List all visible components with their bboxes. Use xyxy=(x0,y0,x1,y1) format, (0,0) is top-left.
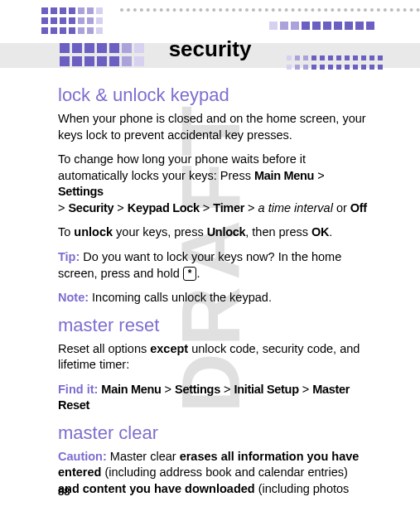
heading-lock: lock & unlock keypad xyxy=(58,84,370,106)
header-decoration: security xyxy=(0,0,420,75)
star-key-icon: * xyxy=(183,267,197,281)
lock-p2: To change how long your phone waits befo… xyxy=(58,152,370,216)
page-title: security xyxy=(0,36,420,62)
lock-note: Note: Incoming calls unlock the keypad. xyxy=(58,290,370,306)
lock-tip: Tip: Do you want to lock your keys now? … xyxy=(58,249,370,282)
heading-reset: master reset xyxy=(58,315,370,336)
lock-p1: When your phone is closed and on the hom… xyxy=(58,111,370,143)
lock-p3: To unlock your keys, press Unlock, then … xyxy=(58,224,370,241)
clear-p1: Caution: Master clear erases all informa… xyxy=(58,449,370,498)
content-area: lock & unlock keypad When your phone is … xyxy=(0,84,420,498)
reset-p1: Reset all options except unlock code, se… xyxy=(58,341,370,374)
heading-clear: master clear xyxy=(58,422,370,444)
reset-findit: Find it: Main Menu > Settings > Initial … xyxy=(58,382,370,414)
